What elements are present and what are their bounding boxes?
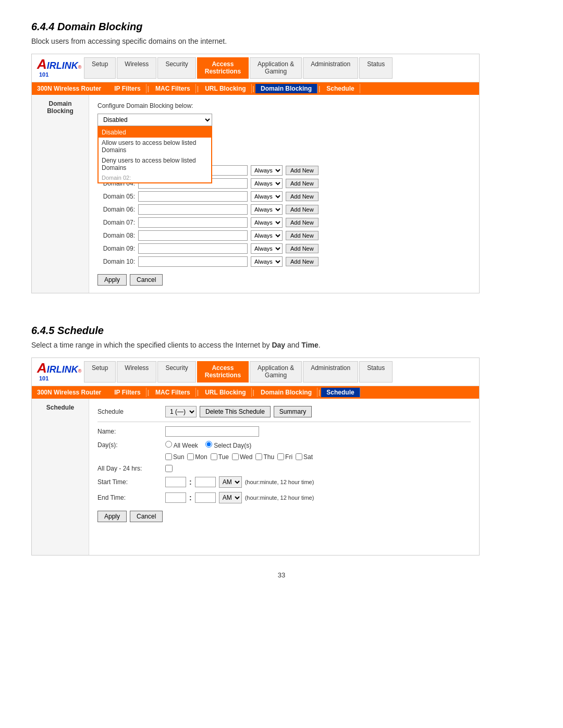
- domain-input-6[interactable]: [138, 204, 248, 215]
- day-thu-label[interactable]: Thu: [255, 453, 274, 461]
- tab-access-restrictions-1[interactable]: AccessRestrictions: [197, 57, 249, 79]
- schedule-select-6[interactable]: Always: [251, 204, 283, 215]
- sidebar-1: Domain Blocking: [32, 95, 89, 293]
- tab-security-1[interactable]: Security: [157, 57, 195, 79]
- tab-status-1[interactable]: Status: [359, 57, 393, 79]
- add-new-btn-5[interactable]: Add New: [286, 192, 319, 201]
- day-fri-cb[interactable]: [277, 453, 284, 460]
- sub-tab-domainblocking-2[interactable]: Domain Blocking: [255, 388, 317, 397]
- dropdown-option-domain02[interactable]: Domain 02:: [99, 173, 211, 182]
- endtime-ampm-select[interactable]: AM PM: [219, 492, 242, 503]
- day-sun-label[interactable]: Sun: [165, 453, 184, 461]
- starttime-sep: :: [189, 478, 192, 486]
- domain-input-5[interactable]: [138, 191, 248, 202]
- sub-tab-domainblocking-1[interactable]: Domain Blocking: [255, 84, 317, 93]
- sub-tab-macfilters-2[interactable]: MAC Filters: [150, 388, 196, 397]
- day-mon-cb[interactable]: [187, 453, 194, 460]
- starttime-hour-input[interactable]: [165, 477, 186, 487]
- dropdown-open-1: Disabled Allow users to access below lis…: [97, 126, 212, 183]
- sub-tab-macfilters-1[interactable]: MAC Filters: [150, 84, 196, 93]
- day-sat-cb[interactable]: [296, 453, 302, 460]
- radio-allweek-label[interactable]: All Week: [165, 441, 198, 449]
- schedule-num-select[interactable]: 1 (—): [165, 406, 197, 417]
- logo-irlink-2: IRLINK: [47, 365, 78, 374]
- tab-access-restrictions-2[interactable]: AccessRestrictions: [197, 361, 249, 382]
- add-new-btn-8[interactable]: Add New: [286, 231, 319, 240]
- add-new-btn-7[interactable]: Add New: [286, 218, 319, 227]
- router-nav-1: A IRLINK ® 101 Setup Wireless Security A…: [32, 54, 479, 82]
- dropdown-option-deny[interactable]: Deny users to access below listed Domain…: [99, 155, 211, 173]
- add-new-btn-3[interactable]: Add New: [286, 166, 319, 175]
- radio-selectdays[interactable]: [205, 441, 212, 448]
- tab-security-2[interactable]: Security: [157, 361, 195, 382]
- router-content-1: Domain Blocking Configure Domain Blockin…: [32, 95, 479, 293]
- tab-status-2[interactable]: Status: [359, 361, 393, 382]
- summary-button[interactable]: Summary: [274, 406, 312, 417]
- delete-schedule-button[interactable]: Delete This Schedule: [200, 406, 271, 417]
- domain-input-7[interactable]: [138, 217, 248, 228]
- sub-tab-urlblocking-2[interactable]: URL Blocking: [200, 388, 251, 397]
- day-mon-label[interactable]: Mon: [187, 453, 207, 461]
- router-content-2: Schedule Schedule 1 (—) Delete This Sche…: [32, 399, 479, 555]
- cancel-button-1[interactable]: Cancel: [130, 274, 163, 286]
- radio-allweek[interactable]: [165, 441, 172, 448]
- sub-tab-ipfilters-2[interactable]: IP Filters: [109, 388, 146, 397]
- btn-row-1: Apply Cancel: [97, 274, 471, 286]
- tab-application-gaming-1[interactable]: Application &Gaming: [250, 57, 302, 79]
- banner-title-1: 300N Wireless Router: [37, 85, 101, 92]
- schedule-select-7[interactable]: Always: [251, 217, 283, 228]
- sub-tab-ipfilters-1[interactable]: IP Filters: [109, 84, 146, 93]
- domain-input-8[interactable]: [138, 230, 248, 241]
- domain-row-5: Domain 05: Always Add New: [97, 191, 471, 202]
- add-new-btn-10[interactable]: Add New: [286, 257, 319, 266]
- apply-button-1[interactable]: Apply: [97, 274, 127, 286]
- tab-setup-1[interactable]: Setup: [84, 57, 116, 79]
- cancel-button-2[interactable]: Cancel: [130, 511, 163, 522]
- day-thu-cb[interactable]: [255, 453, 262, 460]
- endtime-minute-input[interactable]: [195, 492, 216, 503]
- domain-blocking-select[interactable]: Disabled Allow users to access below lis…: [97, 114, 212, 126]
- section1-title: 6.4.4 Domain Blocking: [31, 21, 532, 33]
- schedule-select-3[interactable]: Always: [251, 165, 283, 176]
- tab-administration-2[interactable]: Administration: [303, 361, 358, 382]
- schedule-value: 1 (—) Delete This Schedule Summary: [165, 406, 312, 417]
- schedule-select-9[interactable]: Always: [251, 243, 283, 254]
- tab-administration-1[interactable]: Administration: [303, 57, 358, 79]
- schedule-select-8[interactable]: Always: [251, 230, 283, 241]
- allday-checkbox[interactable]: [165, 465, 173, 472]
- day-tue-label[interactable]: Tue: [211, 453, 229, 461]
- domain-input-10[interactable]: [138, 256, 248, 267]
- day-tue-cb[interactable]: [211, 453, 217, 460]
- dropdown-wrapper-1: Disabled Allow users to access below lis…: [97, 114, 471, 126]
- starttime-ampm-select[interactable]: AM PM: [219, 476, 242, 488]
- schedule-select-5[interactable]: Always: [251, 191, 283, 202]
- radio-selectdays-label[interactable]: Select Day(s): [205, 441, 251, 449]
- tab-wireless-1[interactable]: Wireless: [117, 57, 156, 79]
- starttime-minute-input[interactable]: [195, 477, 216, 487]
- day-sun-cb[interactable]: [165, 453, 172, 460]
- sub-tab-schedule-1[interactable]: Schedule: [321, 84, 360, 93]
- tab-setup-2[interactable]: Setup: [84, 361, 116, 382]
- day-sat-label[interactable]: Sat: [296, 453, 313, 461]
- schedule-select-4[interactable]: Always: [251, 178, 283, 189]
- tab-wireless-2[interactable]: Wireless: [117, 361, 156, 382]
- sub-tab-urlblocking-1[interactable]: URL Blocking: [200, 84, 251, 93]
- sub-tab-schedule-2[interactable]: Schedule: [321, 388, 360, 397]
- day-wed-cb[interactable]: [232, 453, 239, 460]
- add-new-btn-6[interactable]: Add New: [286, 205, 319, 214]
- day-fri-text: Fri: [285, 453, 292, 461]
- day-wed-label[interactable]: Wed: [232, 453, 252, 461]
- schedule-select-10[interactable]: Always: [251, 256, 283, 267]
- day-fri-label[interactable]: Fri: [277, 453, 292, 461]
- tab-application-gaming-2[interactable]: Application &Gaming: [250, 361, 302, 382]
- add-new-btn-9[interactable]: Add New: [286, 244, 319, 253]
- dropdown-option-disabled[interactable]: Disabled: [99, 127, 211, 138]
- apply-button-2[interactable]: Apply: [97, 511, 127, 522]
- name-input[interactable]: [165, 426, 259, 437]
- section2-desc-before: Select a time range in which the specifi…: [31, 341, 272, 349]
- endtime-hour-input[interactable]: [165, 492, 186, 503]
- domain-input-9[interactable]: [138, 243, 248, 254]
- dropdown-option-allow[interactable]: Allow users to access below listed Domai…: [99, 138, 211, 155]
- logo-101-1: 101: [39, 71, 48, 78]
- add-new-btn-4[interactable]: Add New: [286, 179, 319, 188]
